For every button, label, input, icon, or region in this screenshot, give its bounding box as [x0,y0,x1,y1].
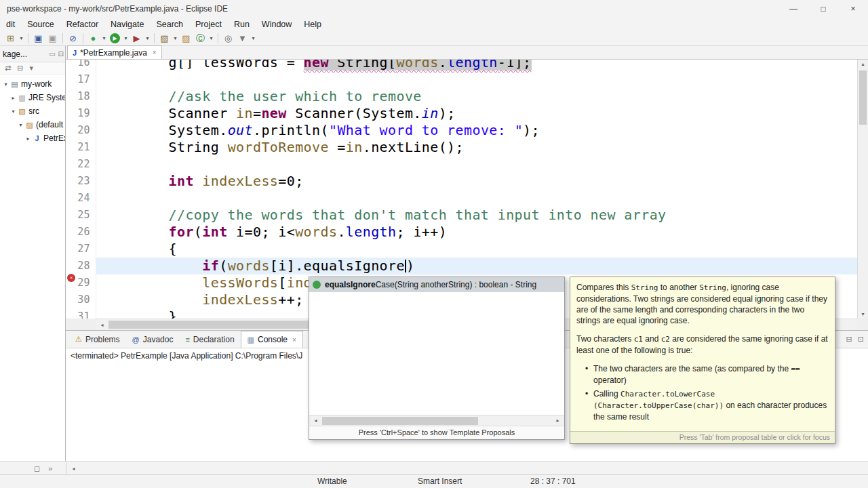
code-line[interactable]: 19 Scanner in=new Scanner(System.in); [66,105,857,122]
scroll-left-icon[interactable]: ◂ [311,418,321,424]
skip-all-breakpoints-button[interactable]: ⊘ [66,32,80,45]
minimize-button[interactable]: — [778,0,808,17]
debug-button[interactable]: ● [86,32,100,45]
collapse-all-icon[interactable]: ⊟ [17,64,23,73]
panel-tab-declaration[interactable]: ≡Declaration [179,331,240,348]
search-button[interactable]: ◎ [221,32,235,45]
tree-item-default-pac[interactable]: ▾▨(default pac [0,118,65,131]
annotations-menu-button[interactable]: ▾ [250,32,257,45]
run-external-tools-button[interactable]: ▶ [130,32,144,45]
code-line[interactable]: 25 //copy the words that don't match tha… [66,207,857,224]
run-menu-button[interactable]: ▾ [122,32,130,45]
new-class-button[interactable]: Ⓒ [193,32,208,45]
expander-icon[interactable]: ▾ [17,122,24,128]
show-more-icon[interactable]: » [48,464,52,472]
menu-item-search[interactable]: Search [150,17,189,31]
scroll-right-icon[interactable]: ▸ [553,418,563,424]
new-class-menu-button[interactable]: ▾ [208,32,215,45]
insert-mode-status[interactable]: Smart Insert [418,476,462,486]
maximize-button[interactable]: □ [808,0,838,17]
code-line[interactable]: 21 String wordToRemove =in.nextLine(); [66,139,857,156]
code-line[interactable]: 16 g[] lessWords = new String[words.leng… [66,60,857,71]
new-java-project-menu-button[interactable]: ▾ [172,32,179,45]
code-line[interactable]: 17 [66,71,857,88]
code-line[interactable]: 24 [66,190,857,207]
run-external-tools-menu-button[interactable]: ▾ [144,32,151,45]
save-all-button[interactable]: ▣ [45,32,60,45]
tree-item-jre-system-lib[interactable]: ▸▥JRE System Lib [0,91,65,104]
expander-icon[interactable]: ▸ [24,136,32,142]
panel-tab-javadoc[interactable]: @Javadoc [126,331,180,348]
new-java-project-button[interactable]: ▧ [157,32,172,45]
line-number[interactable]: 28 [66,258,96,274]
new-wizard-button[interactable]: ⊞ [3,32,18,45]
new-package-button[interactable]: ▨ [179,32,193,45]
line-number[interactable]: 31 [66,308,96,319]
run-button[interactable]: ▶ [110,33,120,43]
code-line[interactable]: 23 int indexLess=0; [66,173,857,190]
code-line[interactable]: 27 { [66,241,857,258]
menu-item-navigate[interactable]: Navigate [104,17,150,31]
tree-item-petrexan[interactable]: ▸JPetrExan [0,131,65,145]
line-number[interactable]: 18 [66,88,96,105]
line-number[interactable]: 22 [66,156,96,173]
package-explorer-tab[interactable]: kage... [3,49,27,59]
line-number[interactable]: 30 [66,291,96,308]
line-number[interactable]: 23 [66,173,96,190]
line-number[interactable]: 24 [66,190,96,207]
code-line[interactable]: 22 [66,156,857,173]
link-with-editor-icon[interactable]: ⇄ [5,64,11,73]
expander-icon[interactable]: ▸ [9,95,17,101]
maximize-view-icon[interactable]: ⊡ [58,50,64,58]
console-horizontal-scrollbar[interactable]: ◂ [66,462,868,475]
scroll-down-icon[interactable]: ▾ [858,311,868,317]
editor-vertical-scrollbar[interactable]: ▴ ▾ [857,60,868,319]
line-number[interactable]: 19 [66,105,96,122]
code-line[interactable]: 18 //ask the user which to remove [66,88,857,105]
line-number[interactable]: 17 [66,71,96,88]
panel-tab-problems[interactable]: ⚠Problems [69,331,126,348]
menu-item-project[interactable]: Project [189,17,228,31]
view-menu-icon[interactable]: ▾ [29,64,33,73]
scroll-up-icon[interactable]: ▴ [858,61,868,67]
menu-item-run[interactable]: Run [228,17,256,31]
code-line[interactable]: 20 System.out.println("What word to remo… [66,122,857,139]
code-line[interactable]: 28 if(words[i].equalsIgnore) [66,258,857,274]
panel-tab-console[interactable]: ▥Console× [241,331,303,348]
minimize-view-icon[interactable]: ▭ [49,50,55,58]
error-marker-icon[interactable]: × [67,274,75,282]
debug-menu-button[interactable]: ▾ [100,32,108,45]
menu-item-help[interactable]: Help [298,17,328,31]
menu-item-window[interactable]: Window [256,17,298,31]
line-number[interactable]: 25 [66,207,96,224]
annotations-navigation-button[interactable]: ▼ [235,32,250,45]
horizontal-scroll-thumb[interactable] [108,321,339,329]
menu-item-refactor[interactable]: Refactor [60,17,104,31]
code-line[interactable]: 26 for(int i=0; i<words.length; i++) [66,224,857,241]
expander-icon[interactable]: ▾ [9,108,17,115]
line-number[interactable]: 21 [66,139,96,156]
line-number[interactable]: 16 [66,60,96,71]
tree-item-src[interactable]: ▾▧src [0,104,65,118]
completion-item[interactable]: equalsIgnoreCase(String anotherString) :… [309,277,564,292]
scroll-left-icon[interactable]: ◂ [97,322,107,328]
minimize-panel-icon[interactable]: ⊟ [846,335,852,344]
close-tab-icon[interactable]: × [153,49,157,56]
completion-scrollbar[interactable]: ◂ ▸ [309,415,564,426]
line-number[interactable]: 26 [66,224,96,241]
tree-item-my-work[interactable]: ▾▤my-work [0,77,65,91]
menu-item-dit[interactable]: dit [0,17,21,31]
close-tab-icon[interactable]: × [292,336,296,344]
completion-scroll-thumb[interactable] [322,417,478,425]
scroll-left-icon[interactable]: ◂ [68,466,79,472]
editor-tab[interactable]: J *PetrExample.java × [67,45,162,59]
menu-item-source[interactable]: Source [21,17,60,31]
trim-view-icon[interactable]: ◻ [34,464,40,473]
vertical-scroll-thumb[interactable] [859,70,867,125]
line-number[interactable]: 27 [66,241,96,258]
save-button[interactable]: ▣ [31,32,45,45]
expander-icon[interactable]: ▾ [2,81,9,87]
new-wizard-menu-button[interactable]: ▾ [18,32,25,45]
maximize-panel-icon[interactable]: ⊡ [858,335,864,344]
close-button[interactable]: × [838,0,868,17]
